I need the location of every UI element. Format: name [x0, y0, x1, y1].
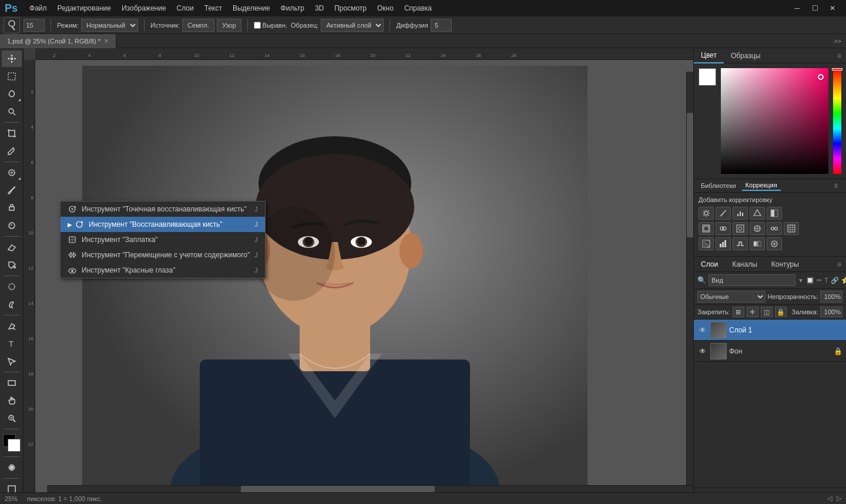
fill-tool[interactable]: [2, 257, 22, 273]
corr-colorbal-btn[interactable]: [716, 222, 731, 235]
corr-threshold-btn[interactable]: [733, 237, 748, 250]
brush-size-input[interactable]: 15: [24, 19, 45, 32]
corr-brightness-btn[interactable]: [699, 207, 714, 220]
corr-bw-btn[interactable]: [767, 207, 782, 220]
layers-filter-icon1[interactable]: 🔲: [806, 277, 814, 284]
tab-color[interactable]: Цвет: [694, 48, 724, 63]
tab-collapse-btn[interactable]: >>: [829, 38, 846, 45]
menu-3d[interactable]: 3D: [310, 3, 328, 14]
diffusion-input[interactable]: 5: [431, 19, 452, 32]
horizontal-scrollbar[interactable]: [47, 485, 693, 492]
color-gradient-picker[interactable]: [721, 68, 828, 174]
corr-colorlook-btn[interactable]: [784, 222, 799, 235]
menu-image[interactable]: Изображение: [117, 3, 171, 14]
tab-swatches[interactable]: Образцы: [724, 48, 767, 63]
selection-tool[interactable]: [2, 68, 22, 85]
lock-position-btn[interactable]: ✛: [747, 307, 758, 317]
aligned-checkbox[interactable]: [254, 22, 261, 29]
document-tab[interactable]: 1.psd @ 25% (Слой 1, RGB/8) * ✕: [0, 34, 116, 48]
blur-tool[interactable]: [2, 278, 22, 295]
menu-view[interactable]: Просмотр: [330, 3, 371, 14]
menu-select[interactable]: Выделение: [228, 3, 275, 14]
background-color[interactable]: [8, 439, 21, 452]
rect-shape-tool[interactable]: [2, 375, 22, 391]
zoom-tool[interactable]: [2, 410, 22, 426]
tab-correction[interactable]: Коррекция: [742, 180, 781, 191]
layers-filter-icon2[interactable]: ✏: [817, 277, 822, 284]
current-tool-icon[interactable]: [4, 17, 20, 33]
layers-panel-menu[interactable]: ≡: [832, 260, 846, 268]
tab-layers[interactable]: Слои: [694, 257, 725, 272]
eyedropper-tool[interactable]: [2, 143, 22, 159]
stamp-tool[interactable]: [2, 200, 22, 216]
corr-photo-btn[interactable]: [733, 222, 748, 235]
tab-libraries[interactable]: Библиотеки: [697, 181, 740, 190]
expand-icon[interactable]: ▷: [837, 495, 841, 502]
menu-filter[interactable]: Фильтр: [276, 3, 309, 14]
quick-select-tool[interactable]: [2, 103, 22, 120]
crop-tool[interactable]: [2, 125, 22, 142]
layers-filter-icon3[interactable]: T: [824, 277, 828, 284]
eraser-tool[interactable]: [2, 239, 22, 256]
layers-filter-icon4[interactable]: 🔗: [831, 277, 839, 284]
opacity-input[interactable]: 100%: [820, 291, 842, 303]
menu-edit[interactable]: Редактирование: [53, 3, 116, 14]
lock-artboards-btn[interactable]: ◫: [761, 307, 773, 317]
layers-filter-dropdown[interactable]: ▼: [798, 277, 804, 284]
close-button[interactable]: ✕: [824, 0, 841, 16]
color-panel-menu[interactable]: ≡: [832, 52, 846, 60]
pen-tool[interactable]: [2, 318, 22, 334]
corr-gradient-btn[interactable]: [750, 237, 765, 250]
layer-visibility-toggle[interactable]: 👁: [697, 346, 708, 357]
corr-posterize-btn[interactable]: [716, 237, 731, 250]
canvas-image[interactable]: [82, 66, 588, 492]
menu-file[interactable]: Файл: [25, 3, 52, 14]
menu-help[interactable]: Справка: [400, 3, 437, 14]
tab-paths[interactable]: Контуры: [764, 257, 806, 272]
corr-levels-btn[interactable]: [733, 207, 748, 220]
hand-tool[interactable]: [2, 392, 22, 409]
corr-channelmix-btn[interactable]: [767, 222, 782, 235]
vertical-scrollbar[interactable]: [686, 72, 693, 485]
brush-tool[interactable]: [2, 182, 22, 199]
corr-curves-btn[interactable]: [716, 207, 731, 220]
menu-window[interactable]: Окно: [372, 3, 398, 14]
navigator-icon[interactable]: ◁: [827, 495, 832, 502]
lock-all-btn[interactable]: 🔒: [775, 307, 787, 317]
tab-channels[interactable]: Каналы: [725, 257, 764, 272]
ctx-item-content-aware[interactable]: Инструмент "Перемещение с учетом содержи…: [61, 247, 265, 263]
tab-close-button[interactable]: ✕: [104, 38, 109, 44]
correction-panel-menu[interactable]: ≡: [829, 182, 842, 190]
dodge-tool[interactable]: [2, 296, 22, 313]
color-swatch-foreground[interactable]: [699, 68, 716, 86]
minimize-button[interactable]: ─: [788, 0, 806, 16]
move-tool[interactable]: [2, 51, 22, 67]
corr-exposure-btn[interactable]: [767, 237, 782, 250]
lock-pixels-btn[interactable]: ⊞: [733, 307, 744, 317]
sample-select[interactable]: Активный слой: [321, 19, 384, 32]
fill-input[interactable]: 100%: [820, 307, 842, 317]
ctx-item-heal[interactable]: ▶ Инструмент "Восстанавливающая кисть" J: [61, 217, 265, 232]
menu-layers[interactable]: Слои: [172, 3, 199, 14]
quick-mask-tool[interactable]: [2, 459, 22, 476]
blend-mode-select[interactable]: Обычные: [697, 291, 766, 303]
corr-invert-btn[interactable]: [699, 237, 714, 250]
path-select-tool[interactable]: [2, 353, 22, 369]
corr-vibrance-btn[interactable]: [699, 222, 714, 235]
mode-select[interactable]: Нормальный: [81, 19, 138, 32]
color-hue-slider[interactable]: [833, 68, 841, 174]
spot-heal-tool[interactable]: [2, 164, 22, 181]
history-brush-tool[interactable]: [2, 217, 22, 234]
ctx-item-red-eye[interactable]: Инструмент "Красные глаза" J: [61, 263, 265, 278]
lasso-tool[interactable]: [2, 86, 22, 102]
source-sample-btn[interactable]: Семпл.: [182, 19, 214, 32]
ctx-item-patch[interactable]: Инструмент "Заплатка" J: [61, 232, 265, 247]
corr-hue-btn[interactable]: [750, 207, 765, 220]
type-tool[interactable]: T: [2, 335, 22, 352]
maximize-button[interactable]: ☐: [806, 0, 824, 16]
layer-item[interactable]: 👁 Слой 1: [694, 320, 846, 341]
source-pattern-btn[interactable]: Узор: [217, 19, 241, 32]
menu-text[interactable]: Текст: [200, 3, 227, 14]
layer-visibility-toggle[interactable]: 👁: [697, 325, 708, 335]
layers-search-input[interactable]: Вид: [709, 274, 795, 286]
